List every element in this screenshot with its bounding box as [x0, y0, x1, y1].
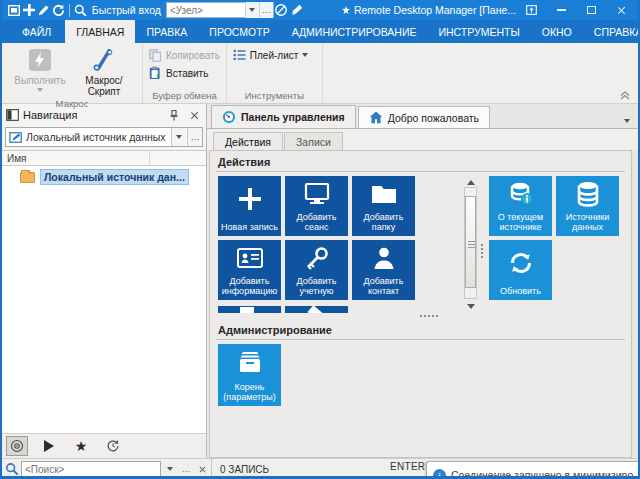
key-icon	[305, 240, 329, 276]
tab-welcome[interactable]: Добро пожаловать	[358, 106, 490, 128]
host-dropdown-button[interactable]	[245, 2, 259, 18]
column-name[interactable]: Имя	[2, 151, 150, 165]
tab-tools[interactable]: ИНСТРУМЕНТЫ	[427, 20, 530, 43]
current-source-tile[interactable]: О текущем источнике	[489, 176, 552, 236]
add-folder-tile[interactable]: Добавить папку	[352, 176, 415, 236]
tab-administration[interactable]: АДМИНИСТРИРОВАНИЕ	[281, 20, 428, 43]
tab-dashboard[interactable]: Панель управления	[211, 105, 356, 128]
copy-icon	[149, 49, 162, 62]
new-entry-tile[interactable]: Новая запись	[218, 176, 281, 236]
titlebar: Быстрый вход … Remote Desktop Manager [П…	[2, 0, 638, 20]
search-dropdown-button[interactable]	[163, 462, 177, 476]
search-clear-icon[interactable]	[195, 462, 209, 476]
search-box	[21, 461, 161, 477]
subtab-actions[interactable]: Действия	[213, 132, 283, 150]
group-label-clipboard: Буфер обмена	[149, 89, 220, 103]
add-contact-tile[interactable]: Добавить контакт	[352, 240, 415, 300]
ribbon-tab-bar: ФАЙЛ ГЛАВНАЯ ПРАВКА ПРОСМОТР АДМИНИСТРИР…	[2, 20, 638, 43]
search-icon[interactable]	[73, 1, 88, 19]
pin-icon[interactable]	[166, 107, 182, 123]
history-icon[interactable]	[102, 436, 124, 456]
run-lightning-icon	[28, 48, 52, 72]
partial-tile[interactable]	[285, 306, 348, 313]
macro-scroll-icon	[92, 48, 116, 72]
host-more-button[interactable]: …	[259, 2, 273, 18]
data-sources-tile[interactable]: Источники данных	[556, 176, 619, 236]
datasource-combobox[interactable]: Локальный источник данных …	[5, 127, 203, 147]
actions-tiles-area: Новая запись Добавить сеанс Добавить пап…	[216, 172, 625, 322]
sessions-view-icon[interactable]	[6, 436, 28, 456]
window-title: Remote Desktop Manager [Пане...	[342, 4, 516, 16]
quick-connect-box: …	[166, 2, 274, 18]
drawer-icon	[237, 344, 263, 382]
group-label-macro: Макрос	[8, 97, 136, 111]
scrollbar-track[interactable]	[464, 187, 477, 299]
scroll-down-arrow[interactable]	[467, 304, 475, 309]
datasource-value: Локальный источник данных	[23, 131, 171, 143]
minimize-button[interactable]	[546, 1, 576, 19]
datasource-more-button[interactable]: …	[187, 128, 202, 146]
search-more-button[interactable]: …	[179, 462, 193, 476]
subtab-entries[interactable]: Записи	[284, 132, 343, 150]
paste-button[interactable]: Вставить	[149, 66, 220, 80]
pen-icon[interactable]	[289, 1, 304, 19]
tree-column-header[interactable]: Имя	[2, 150, 206, 166]
partial-tile[interactable]	[218, 306, 281, 313]
admin-tiles-area: Корень (параметры)	[216, 340, 625, 406]
new-entry-icon[interactable]	[21, 1, 36, 19]
window-controls	[516, 1, 636, 19]
play-icon[interactable]	[38, 436, 60, 456]
tab-file[interactable]: ФАЙЛ	[8, 20, 65, 43]
refresh-tile[interactable]: Обновить	[489, 240, 552, 300]
scrollbar-thumb[interactable]	[465, 196, 476, 288]
close-panel-icon[interactable]	[186, 107, 202, 123]
tree-item-local-datasource[interactable]: Локальный источник дан...	[20, 169, 202, 185]
refresh-icon[interactable]	[51, 1, 66, 19]
database-info-icon	[508, 176, 534, 212]
run-button[interactable]: Выполнить	[8, 46, 72, 92]
ribbon-group-tools: Плей-лист Инструменты	[227, 43, 323, 103]
maximize-button[interactable]	[576, 1, 606, 19]
close-button[interactable]	[606, 1, 636, 19]
tab-list-dropdown[interactable]	[624, 113, 630, 125]
folder-white-icon	[371, 176, 397, 212]
paste-icon	[149, 66, 162, 80]
fullscreen-button[interactable]	[516, 1, 546, 19]
scroll-up-arrow[interactable]	[467, 180, 475, 185]
restore-window-icon[interactable]	[6, 1, 21, 19]
no-console-icon[interactable]	[274, 1, 289, 19]
playlist-button[interactable]: Плей-лист	[233, 49, 309, 61]
plus-icon	[237, 176, 263, 222]
dashboard-icon	[222, 110, 236, 124]
favorites-star-icon[interactable]: ★	[70, 436, 92, 456]
run-dropdown-arrow[interactable]	[37, 88, 43, 92]
edit-entry-icon[interactable]	[36, 1, 51, 19]
tab-home[interactable]: ГЛАВНАЯ	[65, 20, 135, 43]
add-credentials-tile[interactable]: Добавить учетную	[285, 240, 348, 300]
person-icon	[373, 240, 395, 276]
host-input[interactable]	[167, 3, 245, 17]
collapse-ribbon-icon[interactable]	[620, 91, 630, 100]
playlist-dropdown-arrow[interactable]	[302, 53, 308, 57]
macro-script-button[interactable]: Макрос/Скрипт	[72, 46, 136, 97]
ribbon-group-macro: Выполнить Макрос/Скрипт Макрос	[2, 43, 143, 103]
add-information-tile[interactable]: Добавить информацию	[218, 240, 281, 300]
vertical-splitter-handle[interactable]	[481, 244, 484, 260]
folder-icon	[20, 172, 35, 183]
add-session-tile[interactable]: Добавить сеанс	[285, 176, 348, 236]
search-area: …	[2, 459, 212, 479]
tab-window[interactable]: ОКНО	[531, 20, 583, 43]
tab-edit[interactable]: ПРАВКА	[135, 20, 198, 43]
datasource-dropdown-button[interactable]	[171, 128, 186, 146]
tab-help[interactable]: СПРАВКА	[583, 20, 640, 43]
id-card-icon	[237, 240, 263, 276]
main-panel: Панель управления Добро пожаловать Дейст…	[207, 104, 638, 458]
root-settings-tile[interactable]: Корень (параметры)	[218, 344, 281, 406]
actions-scrollbar[interactable]	[463, 178, 478, 311]
copy-button[interactable]: Копировать	[149, 49, 220, 62]
search-input[interactable]	[22, 463, 160, 476]
search-filter-icon[interactable]	[5, 462, 19, 476]
section-splitter-handle[interactable]	[420, 315, 438, 317]
tab-view[interactable]: ПРОСМОТР	[198, 20, 280, 43]
quick-connect-label: Быстрый вход	[92, 4, 161, 16]
